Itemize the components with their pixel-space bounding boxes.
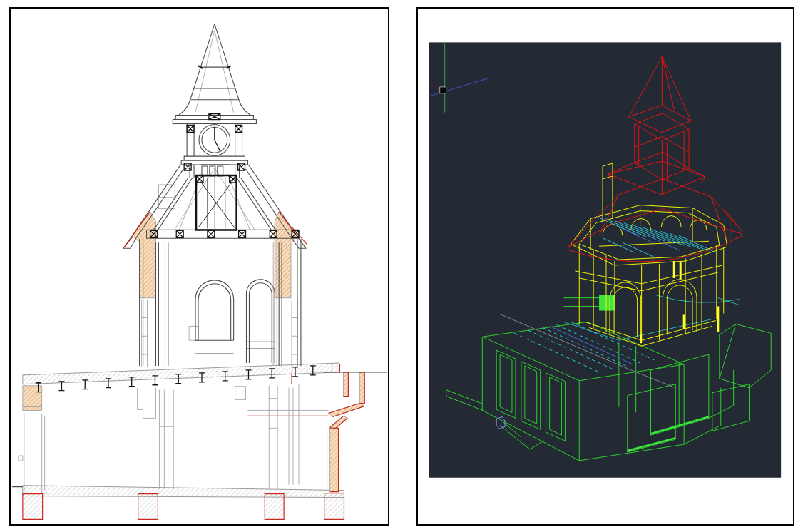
masonry-sections	[23, 212, 364, 492]
concrete-slabs	[23, 363, 344, 498]
section-cut-and-steel	[36, 66, 316, 392]
cad-wireframe	[418, 9, 793, 524]
pickbox-icon	[440, 87, 446, 93]
left-arch	[195, 280, 234, 354]
spire	[190, 24, 239, 101]
right-arch	[247, 280, 275, 363]
cad-panel	[416, 7, 794, 526]
section-drawing	[11, 9, 388, 524]
section-drawing-panel	[9, 7, 389, 526]
cad-viewport	[429, 42, 781, 477]
figure-canvas	[0, 0, 803, 532]
clock-hands	[215, 126, 220, 151]
main-outlines	[12, 24, 387, 487]
green-end-plate	[599, 295, 615, 311]
